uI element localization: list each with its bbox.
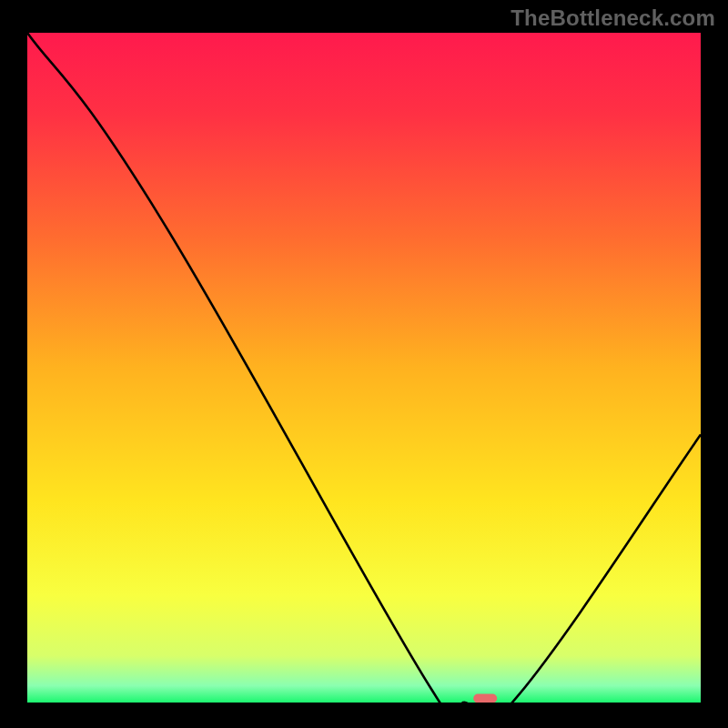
chart-svg (27, 33, 701, 703)
chart-background (27, 33, 701, 703)
plot-area (27, 33, 701, 703)
watermark-text: TheBottleneck.com (511, 5, 715, 31)
chart-container: TheBottleneck.com (0, 0, 728, 728)
optimal-marker (473, 694, 497, 703)
